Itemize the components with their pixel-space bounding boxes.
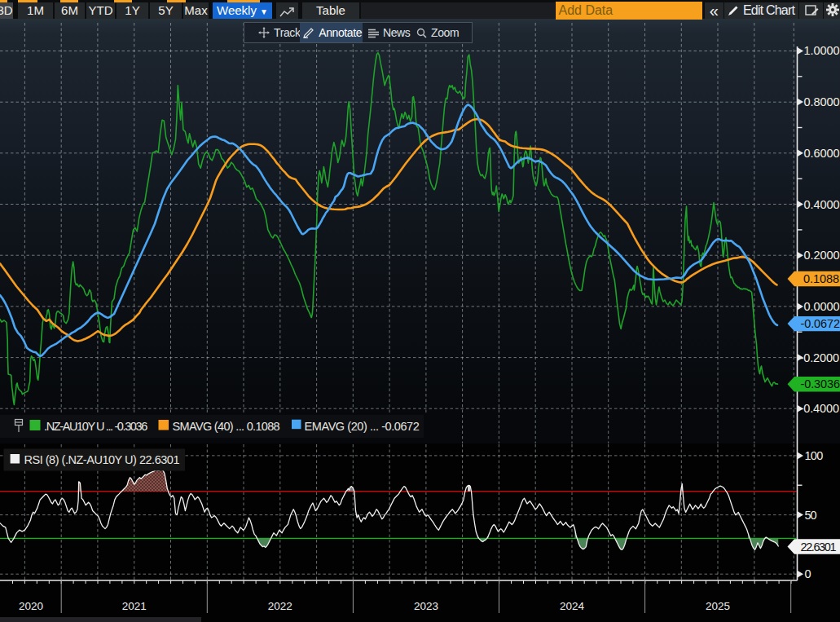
svg-text:2024: 2024	[560, 600, 585, 612]
svg-text:RSI (8) (.NZ-AU10Y U) 22.6301: RSI (8) (.NZ-AU10Y U) 22.6301	[24, 453, 180, 466]
svg-text:2025: 2025	[706, 600, 730, 612]
svg-text:50: 50	[805, 509, 817, 522]
svg-text:2021: 2021	[122, 600, 147, 612]
svg-text:-0.3036: -0.3036	[801, 377, 840, 390]
svg-text:1.0000: 1.0000	[804, 44, 840, 57]
svg-text:-0.4000: -0.4000	[800, 402, 840, 415]
svg-text:0.8000: 0.8000	[804, 95, 840, 108]
svg-text:0.1088: 0.1088	[803, 272, 839, 285]
svg-text:2020: 2020	[19, 600, 43, 612]
svg-text:EMAVG (20) ... -0.0672: EMAVG (20) ... -0.0672	[305, 420, 420, 433]
svg-text:0.4000: 0.4000	[804, 198, 840, 211]
svg-text:100: 100	[805, 449, 824, 462]
svg-text:SMAVG (40) ... 0.1088: SMAVG (40) ... 0.1088	[173, 420, 280, 433]
svg-text:0.0000: 0.0000	[804, 300, 840, 313]
svg-text:22.6301: 22.6301	[801, 540, 837, 554]
svg-text:0.2000: 0.2000	[804, 249, 840, 262]
svg-text:2022: 2022	[268, 600, 292, 612]
svg-text:0: 0	[805, 567, 811, 580]
svg-text:0.6000: 0.6000	[804, 147, 840, 160]
svg-text:-0.0672: -0.0672	[801, 317, 840, 330]
svg-text:-0.2000: -0.2000	[800, 351, 840, 364]
svg-text:2023: 2023	[414, 600, 438, 612]
svg-text:.NZ-AU10Y U ... -0.3036: .NZ-AU10Y U ... -0.3036	[44, 420, 147, 433]
